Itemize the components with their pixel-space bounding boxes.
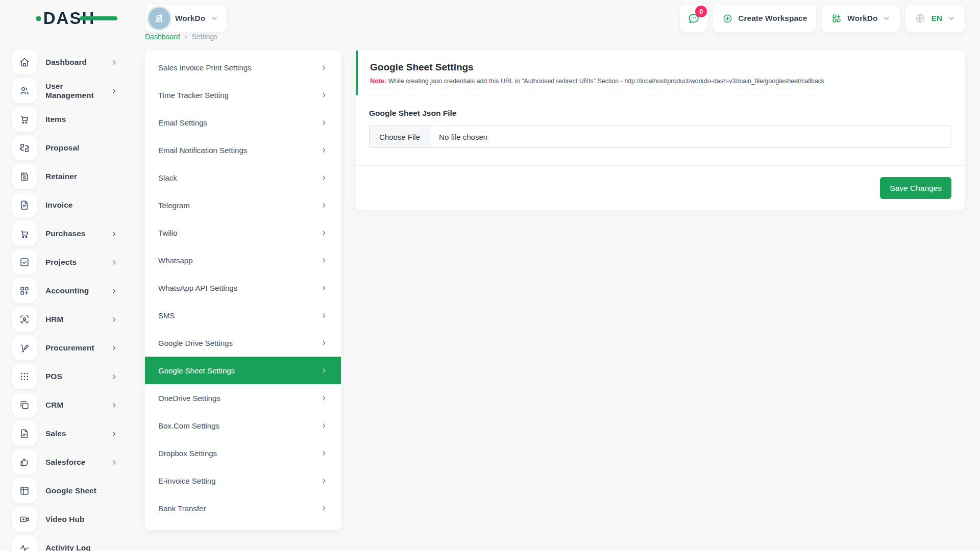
settings-menu-item-label: Email Notification Settings bbox=[158, 146, 247, 155]
sidebar-item-salesforce[interactable]: Salesforce bbox=[0, 448, 131, 477]
chevron-right-icon bbox=[110, 430, 118, 438]
settings-menu-item-bank-transfer[interactable]: Bank Transfer bbox=[145, 494, 341, 522]
chevron-right-icon bbox=[110, 316, 118, 323]
home-icon bbox=[12, 50, 37, 74]
sidebar-item-activity-log[interactable]: Activity Log bbox=[0, 534, 131, 551]
sidebar-item-projects[interactable]: Projects bbox=[0, 248, 131, 277]
sidebar-item-proposal[interactable]: Proposal bbox=[0, 134, 131, 162]
sidebar-item-user-management[interactable]: User Management bbox=[0, 77, 131, 105]
panel-header: Google Sheet Settings Note: While creati… bbox=[356, 51, 965, 95]
sidebar-item-label: Dashboard bbox=[45, 58, 102, 67]
settings-menu-item-sms[interactable]: SMS bbox=[145, 302, 341, 329]
sidebar-item-label: User Management bbox=[45, 82, 102, 100]
settings-menu-item-dropbox-settings[interactable]: Dropbox Settings bbox=[145, 439, 341, 467]
sidebar-item-crm[interactable]: CRM bbox=[0, 391, 131, 419]
sidebar-item-pos[interactable]: POS bbox=[0, 362, 131, 391]
company-menu-label: WorkDo bbox=[847, 14, 877, 23]
sidebar-item-retainer[interactable]: Retainer bbox=[0, 162, 131, 191]
chevron-right-icon bbox=[320, 367, 328, 374]
settings-menu-item-twilio[interactable]: Twilio bbox=[145, 219, 341, 246]
transform-icon bbox=[12, 136, 37, 160]
note-label: Note: bbox=[370, 78, 386, 85]
settings-menu-item-label: OneDrive Settings bbox=[158, 394, 220, 403]
cart-icon bbox=[12, 221, 37, 246]
sidebar-item-label: Proposal bbox=[45, 143, 118, 153]
chevron-right-icon bbox=[110, 402, 118, 409]
settings-menu-item-label: Google Drive Settings bbox=[158, 339, 233, 347]
settings-menu-item-label: Dropbox Settings bbox=[158, 449, 217, 458]
building-icon bbox=[149, 8, 170, 29]
sidebar-item-label: Procurement bbox=[45, 343, 102, 353]
company-menu-button[interactable]: WorkDo bbox=[822, 5, 900, 32]
settings-menu-item-label: Bank Transfer bbox=[158, 504, 206, 513]
chevron-right-icon bbox=[320, 91, 328, 99]
sidebar-item-video-hub[interactable]: Video Hub bbox=[0, 505, 131, 534]
save-changes-button[interactable]: Save Changes bbox=[880, 177, 951, 199]
plus-circle-icon bbox=[722, 13, 733, 24]
sidebar-item-sales[interactable]: Sales bbox=[0, 419, 131, 448]
choose-file-button[interactable]: Choose File bbox=[370, 126, 430, 147]
chevron-right-icon bbox=[110, 230, 118, 238]
settings-menu-item-telegram[interactable]: Telegram bbox=[145, 191, 341, 219]
json-file-field-label: Google Sheet Json File bbox=[369, 109, 951, 118]
sidebar-nav: DashboardUser ManagementItemsProposalRet… bbox=[0, 37, 131, 551]
sidebar-item-items[interactable]: Items bbox=[0, 105, 131, 134]
top-header: DASH WorkDo 0 Create Workspace WorkDo EN bbox=[0, 0, 980, 37]
json-file-input[interactable]: Choose File No file chosen bbox=[369, 126, 951, 148]
settings-menu-item-whatsapp[interactable]: Whatsapp bbox=[145, 246, 341, 274]
sidebar-item-label: Sales bbox=[45, 429, 102, 438]
sidebar-item-label: Video Hub bbox=[45, 515, 118, 524]
header-actions: 0 Create Workspace WorkDo EN bbox=[680, 5, 965, 32]
create-workspace-label: Create Workspace bbox=[738, 14, 807, 23]
messages-badge: 0 bbox=[695, 6, 707, 17]
thumb-up-icon bbox=[12, 450, 37, 474]
settings-menu-item-e-invoice-setting[interactable]: E-invoice Setting bbox=[145, 467, 341, 494]
table-icon bbox=[12, 479, 37, 503]
activity-icon bbox=[12, 536, 37, 551]
sidebar-item-accounting[interactable]: Accounting bbox=[0, 277, 131, 305]
settings-menu-item-box-com-settings[interactable]: Box.Com Settings bbox=[145, 412, 341, 439]
settings-menu-item-label: Twilio bbox=[158, 229, 178, 237]
settings-menu-item-google-drive-settings[interactable]: Google Drive Settings bbox=[145, 329, 341, 357]
settings-menu-item-label: Whatsapp bbox=[158, 256, 193, 265]
logo-dot bbox=[36, 16, 41, 21]
note-text: While creating json credentials add this… bbox=[388, 78, 824, 85]
sidebar-item-purchases[interactable]: Purchases bbox=[0, 219, 131, 248]
settings-menu-item-label: Time Tracker Setting bbox=[158, 91, 229, 99]
settings-menu-item-whatsapp-api-settings[interactable]: WhatsApp API Settings bbox=[145, 274, 341, 302]
settings-menu-item-email-settings[interactable]: Email Settings bbox=[145, 109, 341, 136]
settings-menu-item-slack[interactable]: Slack bbox=[145, 164, 341, 191]
settings-menu-item-sales-invoice-print-settings[interactable]: Sales Invoice Print Settings bbox=[145, 54, 341, 81]
settings-menu-item-onedrive-settings[interactable]: OneDrive Settings bbox=[145, 384, 341, 412]
chevron-right-icon bbox=[320, 312, 328, 319]
settings-menu-item-label: WhatsApp API Settings bbox=[158, 284, 237, 292]
panel-note: Note: While creating json credentials ad… bbox=[370, 78, 951, 85]
language-selector[interactable]: EN bbox=[905, 5, 965, 32]
chevron-right-icon bbox=[110, 287, 118, 295]
workspace-switcher[interactable]: WorkDo bbox=[145, 5, 227, 32]
sidebar-item-invoice[interactable]: Invoice bbox=[0, 191, 131, 219]
sidebar-item-label: Salesforce bbox=[45, 458, 102, 467]
settings-menu-item-google-sheet-settings[interactable]: Google Sheet Settings bbox=[145, 357, 341, 384]
settings-menu-item-time-tracker-setting[interactable]: Time Tracker Setting bbox=[145, 81, 341, 109]
dots-grid-icon bbox=[12, 364, 37, 389]
file-chosen-text: No file chosen bbox=[430, 126, 496, 147]
chevron-right-icon bbox=[110, 59, 118, 66]
cart-icon bbox=[12, 107, 37, 132]
chevron-right-icon bbox=[110, 373, 118, 381]
settings-menu-item-email-notification-settings[interactable]: Email Notification Settings bbox=[145, 136, 341, 164]
sidebar-item-label: Accounting bbox=[45, 286, 102, 295]
sidebar-item-google-sheet[interactable]: Google Sheet bbox=[0, 477, 131, 505]
sidebar-item-hrm[interactable]: HRM bbox=[0, 305, 131, 334]
app-logo[interactable]: DASH bbox=[36, 9, 95, 28]
file-icon bbox=[12, 421, 37, 446]
create-workspace-button[interactable]: Create Workspace bbox=[713, 5, 816, 32]
sidebar-item-dashboard[interactable]: Dashboard bbox=[0, 48, 131, 77]
sidebar-item-procurement[interactable]: Procurement bbox=[0, 334, 131, 362]
settings-menu-item-label: E-invoice Setting bbox=[158, 477, 216, 485]
floppy-icon bbox=[12, 164, 37, 189]
cart-edit-icon bbox=[12, 336, 37, 360]
messages-button[interactable]: 0 bbox=[680, 5, 707, 32]
chevron-right-icon bbox=[110, 87, 118, 95]
sidebar-item-label: Purchases bbox=[45, 229, 102, 238]
